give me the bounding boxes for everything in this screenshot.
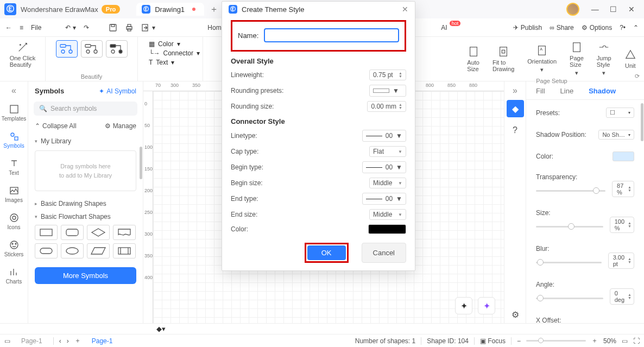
zoom-out-button[interactable]: − [517, 337, 521, 345]
help-button[interactable]: ?• [620, 24, 626, 31]
cancel-button[interactable]: Cancel [362, 243, 406, 263]
begin-type-select[interactable]: 00▼ [362, 161, 406, 173]
export-button[interactable]: ▾ [141, 23, 155, 32]
connector-dropdown[interactable]: └→ Connector ▾ [149, 49, 200, 57]
shape-data[interactable] [87, 243, 110, 258]
shape-rect[interactable] [35, 225, 58, 240]
zoom-slider[interactable] [526, 340, 586, 342]
document-tab[interactable]: Ⓔ Drawing1 [136, 3, 204, 16]
fullscreen-button[interactable]: ⛶ [633, 337, 640, 345]
prev-page-button[interactable]: ‹ [59, 337, 61, 345]
transparency-slider[interactable] [536, 190, 605, 192]
color-bar-picker-icon[interactable]: ◆▾ [156, 325, 166, 333]
basic-flowchart-section[interactable]: Basic Flowchart Shapes [28, 210, 143, 223]
magic-tool-button[interactable]: ✦ [455, 297, 472, 314]
user-avatar[interactable] [566, 3, 579, 16]
angle-spinner[interactable]: 0 deg▲▼ [610, 288, 634, 305]
one-click-beautify-button[interactable]: One Click Beautify [8, 40, 38, 69]
right-rail-help-icon[interactable]: ? [507, 122, 524, 139]
share-button[interactable]: ∞ Share [550, 24, 574, 31]
blur-slider[interactable] [536, 262, 602, 263]
tab-fill[interactable]: Fill [536, 87, 545, 95]
rail-icons[interactable]: Icons [1, 210, 27, 234]
publish-button[interactable]: ✈ Publish [513, 24, 542, 31]
props-scrollbar[interactable] [641, 103, 643, 141]
shape-diamond[interactable] [87, 225, 110, 240]
size-slider[interactable] [536, 226, 603, 228]
blur-spinner[interactable]: 3.00 pt▲▼ [608, 253, 634, 269]
lineweight-input[interactable]: 0.75 pt▲▼ [369, 70, 406, 80]
ai-tool-button[interactable]: ✦ [478, 297, 495, 314]
unit-button[interactable]: Unit [622, 48, 639, 70]
back-button[interactable]: ← [5, 24, 12, 31]
shadow-color-select[interactable] [613, 152, 634, 161]
symbols-scrollbar[interactable] [140, 147, 142, 179]
shape-ellipse[interactable] [61, 243, 84, 258]
fit-to-drawing-button[interactable]: Fit to Drawing [490, 45, 516, 73]
ok-button[interactable]: OK [307, 245, 346, 260]
collapse-ribbon-button[interactable]: ⌃ [633, 24, 639, 31]
jump-style-button[interactable]: Jump Style ▾ [595, 40, 614, 78]
size-spinner[interactable]: 100 %▲▼ [610, 217, 634, 233]
more-symbols-button[interactable]: More Symbols [35, 267, 136, 284]
diagram-style-2-button[interactable] [81, 40, 103, 58]
shape-pill[interactable] [35, 243, 58, 258]
search-symbols-input[interactable]: 🔍 Search symbols [34, 102, 137, 116]
manage-button[interactable]: ⚙ Manage [105, 122, 136, 130]
page-list-icon[interactable]: ▭ [4, 337, 10, 345]
tab-line[interactable]: Line [560, 87, 574, 95]
ai-menu[interactable]: AIhot [441, 24, 460, 31]
rail-collapse-button[interactable]: « [11, 86, 16, 96]
rail-text[interactable]: Text [1, 155, 27, 179]
end-size-select[interactable]: Middle▼ [369, 209, 406, 220]
redo-button[interactable]: ↷ [84, 24, 89, 31]
rail-images[interactable]: Images [1, 182, 27, 206]
menu-icon[interactable]: ≡ [20, 24, 23, 31]
auto-size-button[interactable]: Auto Size [465, 45, 482, 73]
shape-roundrect[interactable] [61, 225, 84, 240]
fit-page-button[interactable]: ▭ [622, 337, 628, 345]
connector-color-swatch[interactable] [368, 224, 406, 234]
color-dropdown[interactable]: ▦ Color ▾ [149, 40, 200, 48]
theme-name-input[interactable] [264, 28, 399, 42]
rounding-size-input[interactable]: 0.00 mm▲▼ [367, 101, 406, 112]
page-tag-active[interactable]: Page-1 [86, 336, 118, 346]
my-library-section[interactable]: My Library [28, 134, 143, 147]
shape-doc[interactable] [113, 225, 136, 240]
linetype-select[interactable]: 00▼ [362, 130, 406, 142]
orientation-button[interactable]: AOrientation ▾ [525, 43, 559, 74]
undo-button[interactable]: ↶ ▾ [65, 24, 75, 31]
presets-select[interactable]: ☐ ▾ [606, 108, 634, 118]
shadow-position-select[interactable]: No Sh…▾ [598, 130, 634, 140]
ai-symbol-button[interactable]: ✦ AI Symbol [99, 87, 136, 95]
rounding-presets-select[interactable]: ▼ [369, 85, 406, 97]
file-menu[interactable]: File [31, 24, 41, 31]
save-button[interactable] [109, 23, 117, 32]
right-rail-paint-icon[interactable]: ◆ [507, 100, 524, 117]
diagram-style-3-button[interactable] [106, 40, 128, 58]
page-tag-1[interactable]: Page-1 [16, 336, 48, 346]
angle-slider[interactable] [536, 298, 603, 299]
collapse-all-button[interactable]: ⌃ Collapse All [35, 122, 77, 130]
cap-type-select[interactable]: Flat▼ [369, 146, 406, 157]
diagram-style-1-button[interactable] [56, 40, 78, 58]
my-library-dropzone[interactable]: Drag symbols here to add to My Library [35, 150, 136, 191]
focus-button[interactable]: ▣ Focus [480, 337, 506, 345]
rail-templates[interactable]: Templates [1, 101, 27, 125]
right-rail-settings-icon[interactable]: ⚙ [507, 306, 524, 323]
rail-symbols[interactable]: Symbols [1, 128, 27, 152]
transparency-spinner[interactable]: 87 %▲▼ [612, 181, 634, 197]
zoom-in-button[interactable]: ＋ [591, 336, 598, 345]
maximize-button[interactable]: ☐ [605, 5, 621, 14]
page-setup-launcher-icon[interactable]: ⟳ [635, 73, 640, 80]
begin-size-select[interactable]: Middle▼ [369, 178, 406, 188]
page-size-button[interactable]: Page Size ▾ [567, 40, 586, 78]
end-type-select[interactable]: 00▼ [362, 193, 406, 205]
shape-predef[interactable] [113, 243, 136, 258]
dialog-close-button[interactable]: ✕ [402, 5, 408, 14]
minimize-button[interactable]: — [587, 5, 603, 14]
tab-shadow[interactable]: Shadow [589, 87, 616, 95]
add-page-button[interactable]: ＋ [74, 336, 81, 345]
new-tab-button[interactable]: ＋ [210, 4, 218, 15]
rail-charts[interactable]: Charts [1, 264, 27, 288]
